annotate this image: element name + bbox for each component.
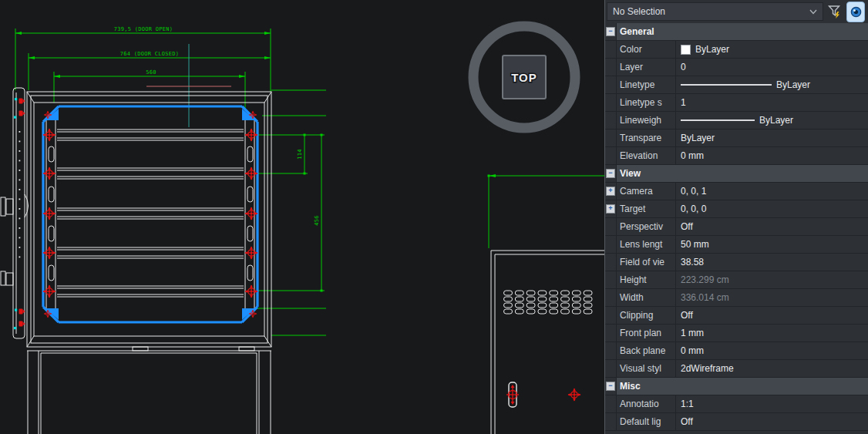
property-label: Lens lengt [616,236,675,253]
property-row-clipping[interactable]: ClippingOff [605,307,868,325]
property-row-front-plan[interactable]: Front plan1 mm [605,325,868,342]
selection-dropdown-value: No Selection [613,6,665,17]
property-label: Annotatio [616,395,675,412]
property-label: Front plan [616,325,675,341]
property-row-visual-styl[interactable]: Visual styl2dWireframe [605,360,868,378]
quick-properties-eye-button[interactable] [846,2,865,22]
collapse-icon[interactable]: − [606,169,615,178]
property-value[interactable]: 2dWireframe [675,360,868,377]
property-value[interactable]: ByLayer [675,41,868,58]
property-label: Height [616,271,675,288]
property-value[interactable]: 38.58 [675,254,868,271]
expand-icon[interactable]: + [606,187,615,196]
property-label: Field of vie [616,254,675,271]
property-row-field-of-vie[interactable]: Field of vie38.58 [605,254,868,271]
dim-inner-width: 560 [146,69,156,76]
target-symbol [568,389,581,402]
property-label: Clipping [616,307,675,324]
property-row-linetype[interactable]: LinetypeByLayer [605,76,868,94]
property-value[interactable]: 1 mm [675,325,868,341]
property-value[interactable]: ByLayer [675,112,868,129]
collapse-icon[interactable]: − [606,382,615,391]
cad-app-window: 739,5 (DOOR OPEN) 764 (DOOR CLOSED) 560 … [0,0,868,434]
linetype-preview [681,84,772,86]
property-label: Width [616,289,675,306]
top-view-label: TOP [511,71,537,84]
property-label: Perspectiv [616,218,675,235]
side-view [488,174,605,434]
property-value[interactable]: Off [675,218,868,235]
collapse-icon[interactable]: − [606,27,615,36]
property-label: Target [616,200,675,217]
dim-shelf-pitch: 114 [297,149,303,160]
property-value[interactable]: 0 mm [675,147,868,164]
property-value: 223.299 cm [675,271,868,288]
property-value[interactable]: 0 [675,59,868,76]
property-value: 336.014 cm [675,289,868,306]
property-row-camera[interactable]: +Camera0, 0, 1 [605,183,868,200]
section-header-view[interactable]: −View [605,165,868,183]
property-row-elevation[interactable]: Elevation0 mm [605,147,868,165]
property-row-perspectiv[interactable]: PerspectivOff [605,218,868,236]
properties-topbar: No Selection [605,0,868,23]
property-label: Elevation [616,147,675,164]
lookfrom-top-widget[interactable]: TOP [473,26,575,128]
property-row-transpare[interactable]: TranspareByLayer [605,130,868,147]
property-value[interactable]: ByLayer [675,76,868,93]
property-row-layer[interactable]: Layer0 [605,59,868,76]
section-header-general[interactable]: −General [605,23,868,41]
property-label: Layer [616,59,675,76]
property-value[interactable]: 50 mm [675,236,868,253]
property-row-back-plane[interactable]: Back plane0 mm [605,342,868,360]
dim-shelf-span: 456 [314,215,320,226]
properties-panel: No Selection −GeneralColorByLayerLayer0L… [604,0,868,434]
property-value[interactable]: 0, 0, 0 [675,200,868,217]
color-swatch [681,45,691,55]
property-value[interactable]: 1 [675,94,868,111]
property-label: Back plane [616,342,675,359]
selected-opening-polyline[interactable] [43,106,257,322]
chevron-down-icon [809,9,817,15]
eye-icon [849,6,863,18]
property-label: Color [616,41,675,58]
property-value[interactable]: Off [675,413,868,430]
property-row-annotatio[interactable]: Annotatio1:1 [605,395,868,413]
property-label: Visual styl [616,360,675,377]
property-row-color[interactable]: ColorByLayer [605,41,868,59]
property-value[interactable]: Off [675,307,868,324]
vent-slot-grid [504,291,593,314]
dim-door-closed: 764 (DOOR CLOSED) [120,51,180,57]
property-row-lens-lengt[interactable]: Lens lengt50 mm [605,236,868,254]
cabinet-front-view [1,88,271,434]
property-value[interactable]: 0 mm [675,342,868,359]
property-row-width[interactable]: Width336.014 cm [605,289,868,307]
property-label: Linetype [616,76,675,93]
property-label: Lineweigh [616,112,675,129]
drawing-canvas[interactable]: 739,5 (DOOR OPEN) 764 (DOOR CLOSED) 560 … [0,0,604,434]
selection-dropdown[interactable]: No Selection [607,2,823,21]
linetype-preview [681,119,755,121]
property-row-linetype-s[interactable]: Linetype s1 [605,94,868,112]
hinge-markers [14,98,25,329]
filter-lightning-icon [827,5,843,19]
property-label: Camera [616,183,675,200]
property-row-height[interactable]: Height223.299 cm [605,271,868,289]
property-value[interactable]: 0, 0, 1 [675,183,868,200]
section-header-misc[interactable]: −Misc [605,378,868,395]
selection-filter-button[interactable] [827,2,843,21]
shelf-fixing-targets [43,111,258,318]
property-row-lineweigh[interactable]: LineweighByLayer [605,112,868,130]
clamp-symbol [506,382,519,407]
property-row-default-lig[interactable]: Default ligOff [605,413,868,431]
property-label: Default lig [616,413,675,430]
dim-door-open: 739,5 (DOOR OPEN) [114,26,173,32]
property-value[interactable]: 1:1 [675,395,868,412]
properties-grid: −GeneralColorByLayerLayer0LinetypeByLaye… [605,23,868,431]
property-value[interactable]: ByLayer [675,130,868,146]
property-label: Transpare [616,130,675,146]
property-label: Linetype s [616,94,675,111]
expand-icon[interactable]: + [606,204,615,214]
property-row-target[interactable]: +Target0, 0, 0 [605,200,868,218]
front-view-dimensions: 739,5 (DOOR OPEN) 764 (DOOR CLOSED) 560 … [15,26,326,335]
